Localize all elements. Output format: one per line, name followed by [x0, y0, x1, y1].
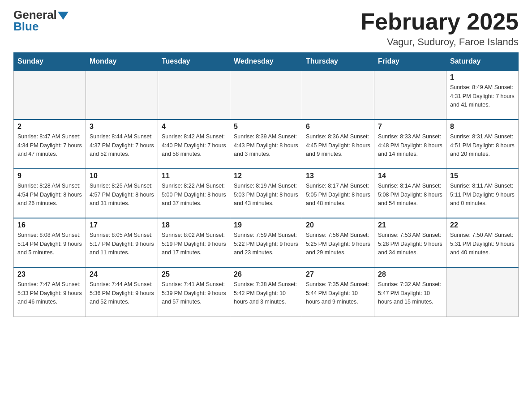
day-info: Sunrise: 7:44 AM Sunset: 5:36 PM Dayligh…	[90, 280, 154, 306]
day-number: 24	[90, 270, 154, 278]
day-info: Sunrise: 8:17 AM Sunset: 5:05 PM Dayligh…	[306, 182, 370, 208]
calendar-cell-w1-d7: 1Sunrise: 8:49 AM Sunset: 4:31 PM Daylig…	[446, 70, 519, 120]
day-number: 21	[378, 221, 442, 229]
calendar-cell-w3-d1: 9Sunrise: 8:28 AM Sunset: 4:54 PM Daylig…	[14, 169, 86, 218]
day-info: Sunrise: 7:59 AM Sunset: 5:22 PM Dayligh…	[234, 231, 298, 257]
day-number: 7	[378, 123, 442, 131]
day-info: Sunrise: 7:35 AM Sunset: 5:44 PM Dayligh…	[306, 280, 370, 306]
day-info: Sunrise: 7:32 AM Sunset: 5:47 PM Dayligh…	[378, 280, 442, 306]
calendar-cell-w2-d1: 2Sunrise: 8:47 AM Sunset: 4:34 PM Daylig…	[14, 120, 86, 169]
week-row-2: 2Sunrise: 8:47 AM Sunset: 4:34 PM Daylig…	[14, 120, 519, 169]
day-number: 5	[234, 123, 298, 131]
calendar-cell-w4-d1: 16Sunrise: 8:08 AM Sunset: 5:14 PM Dayli…	[14, 218, 86, 267]
day-info: Sunrise: 7:56 AM Sunset: 5:25 PM Dayligh…	[306, 231, 370, 257]
day-number: 17	[90, 221, 154, 229]
day-number: 15	[450, 172, 515, 180]
day-info: Sunrise: 8:42 AM Sunset: 4:40 PM Dayligh…	[162, 133, 226, 158]
calendar-cell-w1-d6	[374, 70, 446, 120]
day-number: 12	[234, 172, 298, 180]
header-wednesday: Wednesday	[230, 53, 302, 71]
calendar-cell-w2-d5: 6Sunrise: 8:36 AM Sunset: 4:45 PM Daylig…	[302, 120, 374, 169]
calendar-cell-w4-d2: 17Sunrise: 8:05 AM Sunset: 5:17 PM Dayli…	[86, 218, 158, 267]
calendar-cell-w4-d6: 21Sunrise: 7:53 AM Sunset: 5:28 PM Dayli…	[374, 218, 446, 267]
day-info: Sunrise: 7:38 AM Sunset: 5:42 PM Dayligh…	[234, 280, 298, 306]
day-number: 20	[306, 221, 370, 229]
day-number: 22	[450, 221, 515, 229]
day-info: Sunrise: 8:11 AM Sunset: 5:11 PM Dayligh…	[450, 182, 515, 208]
day-number: 9	[17, 172, 82, 180]
calendar-cell-w5-d5: 27Sunrise: 7:35 AM Sunset: 5:44 PM Dayli…	[302, 267, 374, 317]
day-number: 27	[306, 270, 370, 278]
calendar-cell-w1-d1	[14, 70, 86, 120]
day-number: 28	[378, 270, 442, 278]
calendar-cell-w2-d7: 8Sunrise: 8:31 AM Sunset: 4:51 PM Daylig…	[446, 120, 519, 169]
calendar-cell-w3-d6: 14Sunrise: 8:14 AM Sunset: 5:08 PM Dayli…	[374, 169, 446, 218]
calendar-cell-w3-d3: 11Sunrise: 8:22 AM Sunset: 5:00 PM Dayli…	[158, 169, 230, 218]
calendar-cell-w3-d2: 10Sunrise: 8:25 AM Sunset: 4:57 PM Dayli…	[86, 169, 158, 218]
calendar-cell-w4-d5: 20Sunrise: 7:56 AM Sunset: 5:25 PM Dayli…	[302, 218, 374, 267]
calendar-cell-w1-d5	[302, 70, 374, 120]
calendar-cell-w5-d6: 28Sunrise: 7:32 AM Sunset: 5:47 PM Dayli…	[374, 267, 446, 317]
calendar-title: February 2025	[360, 9, 519, 34]
calendar-cell-w4-d4: 19Sunrise: 7:59 AM Sunset: 5:22 PM Dayli…	[230, 218, 302, 267]
header-tuesday: Tuesday	[158, 53, 230, 71]
calendar-cell-w3-d5: 13Sunrise: 8:17 AM Sunset: 5:05 PM Dayli…	[302, 169, 374, 218]
calendar-cell-w4-d3: 18Sunrise: 8:02 AM Sunset: 5:19 PM Dayli…	[158, 218, 230, 267]
day-info: Sunrise: 7:50 AM Sunset: 5:31 PM Dayligh…	[450, 231, 515, 257]
calendar-cell-w2-d3: 4Sunrise: 8:42 AM Sunset: 4:40 PM Daylig…	[158, 120, 230, 169]
calendar-table: Sunday Monday Tuesday Wednesday Thursday…	[13, 52, 519, 317]
day-info: Sunrise: 7:53 AM Sunset: 5:28 PM Dayligh…	[378, 231, 442, 257]
calendar-cell-w4-d7: 22Sunrise: 7:50 AM Sunset: 5:31 PM Dayli…	[446, 218, 519, 267]
day-number: 3	[90, 123, 154, 131]
day-info: Sunrise: 8:39 AM Sunset: 4:43 PM Dayligh…	[234, 133, 298, 158]
calendar-location: Vagur, Suduroy, Faroe Islands	[360, 36, 519, 48]
calendar-cell-w1-d2	[86, 70, 158, 120]
logo-general-text: General	[13, 9, 57, 21]
day-info: Sunrise: 8:05 AM Sunset: 5:17 PM Dayligh…	[90, 231, 154, 257]
day-info: Sunrise: 8:14 AM Sunset: 5:08 PM Dayligh…	[378, 182, 442, 208]
calendar-cell-w5-d2: 24Sunrise: 7:44 AM Sunset: 5:36 PM Dayli…	[86, 267, 158, 317]
weekday-header-row: Sunday Monday Tuesday Wednesday Thursday…	[14, 53, 519, 71]
header-monday: Monday	[86, 53, 158, 71]
day-info: Sunrise: 8:44 AM Sunset: 4:37 PM Dayligh…	[90, 133, 154, 158]
day-info: Sunrise: 8:02 AM Sunset: 5:19 PM Dayligh…	[162, 231, 226, 257]
logo: General Blue	[13, 9, 69, 32]
day-number: 13	[306, 172, 370, 180]
day-number: 4	[162, 123, 226, 131]
header-thursday: Thursday	[302, 53, 374, 71]
calendar-cell-w3-d7: 15Sunrise: 8:11 AM Sunset: 5:11 PM Dayli…	[446, 169, 519, 218]
calendar-cell-w5-d4: 26Sunrise: 7:38 AM Sunset: 5:42 PM Dayli…	[230, 267, 302, 317]
logo-blue-text: Blue	[13, 21, 69, 32]
day-info: Sunrise: 8:33 AM Sunset: 4:48 PM Dayligh…	[378, 133, 442, 158]
page-header: General Blue February 2025 Vagur, Suduro…	[13, 9, 519, 48]
calendar-cell-w5-d1: 23Sunrise: 7:47 AM Sunset: 5:33 PM Dayli…	[14, 267, 86, 317]
day-info: Sunrise: 8:22 AM Sunset: 5:00 PM Dayligh…	[162, 182, 226, 208]
header-sunday: Sunday	[14, 53, 86, 71]
day-info: Sunrise: 8:47 AM Sunset: 4:34 PM Dayligh…	[17, 133, 82, 158]
day-info: Sunrise: 7:41 AM Sunset: 5:39 PM Dayligh…	[162, 280, 226, 306]
calendar-cell-w2-d6: 7Sunrise: 8:33 AM Sunset: 4:48 PM Daylig…	[374, 120, 446, 169]
day-number: 23	[17, 270, 82, 278]
week-row-1: 1Sunrise: 8:49 AM Sunset: 4:31 PM Daylig…	[14, 70, 519, 120]
day-number: 1	[450, 73, 515, 81]
day-number: 14	[378, 172, 442, 180]
day-number: 6	[306, 123, 370, 131]
week-row-4: 16Sunrise: 8:08 AM Sunset: 5:14 PM Dayli…	[14, 218, 519, 267]
day-info: Sunrise: 8:25 AM Sunset: 4:57 PM Dayligh…	[90, 182, 154, 208]
day-info: Sunrise: 8:28 AM Sunset: 4:54 PM Dayligh…	[17, 182, 82, 208]
day-number: 10	[90, 172, 154, 180]
day-number: 18	[162, 221, 226, 229]
calendar-cell-w2-d4: 5Sunrise: 8:39 AM Sunset: 4:43 PM Daylig…	[230, 120, 302, 169]
header-saturday: Saturday	[446, 53, 519, 71]
day-number: 19	[234, 221, 298, 229]
day-number: 16	[17, 221, 82, 229]
day-info: Sunrise: 8:36 AM Sunset: 4:45 PM Dayligh…	[306, 133, 370, 158]
day-number: 26	[234, 270, 298, 278]
day-info: Sunrise: 8:08 AM Sunset: 5:14 PM Dayligh…	[17, 231, 82, 257]
title-block: February 2025 Vagur, Suduroy, Faroe Isla…	[360, 9, 519, 48]
calendar-cell-w3-d4: 12Sunrise: 8:19 AM Sunset: 5:03 PM Dayli…	[230, 169, 302, 218]
header-friday: Friday	[374, 53, 446, 71]
calendar-cell-w5-d7	[446, 267, 519, 317]
day-info: Sunrise: 8:49 AM Sunset: 4:31 PM Dayligh…	[450, 83, 515, 109]
day-number: 25	[162, 270, 226, 278]
